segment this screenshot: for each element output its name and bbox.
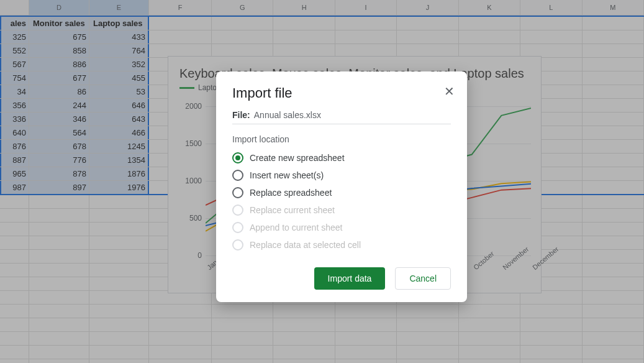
radio-icon — [232, 187, 243, 198]
close-icon[interactable]: ✕ — [442, 83, 457, 100]
file-label: File: — [232, 110, 250, 120]
radio-option[interactable]: Create new spreadsheet — [232, 149, 451, 167]
radio-label: Append to current sheet — [250, 223, 342, 232]
radio-icon — [232, 222, 243, 233]
radio-icon — [232, 204, 243, 216]
radio-label: Insert new sheet(s) — [250, 170, 324, 180]
dialog-title: Import file — [232, 85, 451, 101]
radio-label: Replace spreadsheet — [250, 188, 332, 198]
radio-label: Replace current sheet — [250, 205, 335, 215]
import-location-label: Import location — [232, 134, 451, 144]
radio-option: Replace data at selected cell — [232, 236, 451, 254]
radio-label: Create new spreadsheet — [250, 153, 345, 163]
radio-option[interactable]: Insert new sheet(s) — [232, 167, 451, 184]
radio-option[interactable]: Replace spreadsheet — [232, 184, 451, 201]
import-data-button[interactable]: Import data — [314, 267, 386, 290]
radio-option: Append to current sheet — [232, 219, 451, 236]
radio-icon — [232, 239, 243, 250]
file-name: Annual sales.xlsx — [254, 110, 321, 120]
radio-icon — [232, 170, 243, 181]
radio-icon — [232, 152, 243, 163]
cancel-button[interactable]: Cancel — [395, 267, 451, 290]
radio-option: Replace current sheet — [232, 201, 451, 219]
import-file-dialog: Import file ✕ File: Annual sales.xlsx Im… — [216, 71, 467, 302]
radio-label: Replace data at selected cell — [250, 240, 361, 250]
